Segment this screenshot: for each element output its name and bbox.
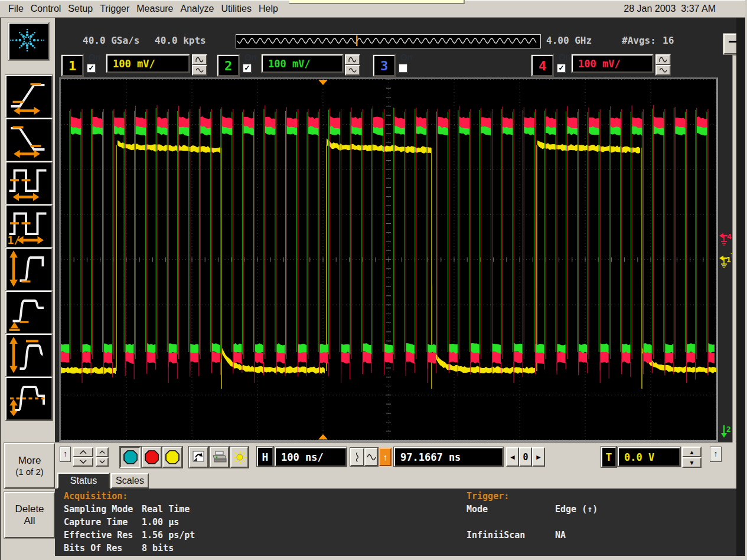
channel-2-on-label: On bbox=[244, 52, 256, 62]
memory-depth: 40.0 kpts bbox=[155, 35, 206, 46]
channel-4-on-checkbox[interactable]: ✓ bbox=[557, 64, 566, 73]
menu-setup[interactable]: Setup bbox=[64, 4, 96, 14]
menu-control[interactable]: Control bbox=[27, 4, 65, 14]
main-panel: 40.0 GSa/s 40.0 kpts 4.00 GHz #Avgs: 16 … bbox=[55, 18, 742, 560]
level-up-button[interactable]: ▲ bbox=[682, 447, 702, 457]
delete-all-button[interactable]: Delete All bbox=[4, 492, 55, 538]
channel-4-coupling-dc-icon[interactable] bbox=[655, 65, 671, 76]
average-icon bbox=[6, 378, 49, 417]
sampling-mode-value: Real Time bbox=[142, 504, 190, 515]
measure-toolbar: 1/ bbox=[0, 18, 55, 560]
channel-1-coupling[interactable] bbox=[192, 54, 207, 76]
channel-2-coupling-dc-icon[interactable] bbox=[345, 65, 360, 76]
pan-left-button[interactable]: ◄ bbox=[506, 447, 519, 467]
channel-4-scale[interactable]: 100 mV/ bbox=[572, 54, 653, 73]
measure-top-level-button[interactable] bbox=[5, 334, 53, 377]
measure-average-button[interactable] bbox=[5, 377, 53, 421]
delete-sub-label: All bbox=[24, 515, 35, 527]
measure-frequency-button[interactable]: 1/ bbox=[5, 204, 53, 248]
capture-time-label: Capture Time bbox=[64, 517, 128, 528]
channel-1-scale[interactable]: 100 mV/ bbox=[106, 54, 190, 73]
timebase-display[interactable]: 100 ns/ bbox=[275, 447, 347, 467]
channel-2-coupling-ac-icon[interactable] bbox=[345, 54, 360, 65]
channel-3-on-checkbox[interactable] bbox=[399, 64, 407, 73]
marker-up-button-left[interactable]: ↑ bbox=[60, 447, 71, 462]
trigger-position-display[interactable]: 97.1667 ns bbox=[394, 447, 503, 467]
color-grade-red-button[interactable] bbox=[142, 447, 162, 468]
channel-2-scale[interactable]: 100 mV/ bbox=[262, 54, 343, 73]
tab-status[interactable]: Status bbox=[57, 473, 110, 489]
channel-4-ground-marker[interactable]: 4 bbox=[719, 232, 733, 252]
channel-4-coupling-ac-icon[interactable] bbox=[655, 54, 671, 65]
trigger-button[interactable]: T bbox=[601, 447, 616, 467]
delete-label: Delete bbox=[15, 503, 44, 515]
print-button[interactable] bbox=[210, 447, 229, 468]
scale-up-button[interactable] bbox=[73, 447, 93, 457]
svg-text:2: 2 bbox=[726, 425, 731, 434]
menu-analyze[interactable]: Analyze bbox=[177, 4, 218, 14]
horizontal-sine-button[interactable] bbox=[364, 448, 378, 466]
sampling-mode-label: Sampling Mode bbox=[64, 504, 133, 515]
tab-scales[interactable]: Scales bbox=[111, 473, 149, 489]
channel-4-button[interactable]: 4 bbox=[531, 55, 553, 76]
base-level-icon bbox=[6, 292, 49, 331]
measure-fall-time-button[interactable] bbox=[5, 118, 53, 162]
channel-4-coupling[interactable] bbox=[655, 54, 671, 76]
channel-3-on-label: On bbox=[400, 52, 412, 62]
measure-period-button[interactable] bbox=[5, 161, 53, 205]
tooltip-edge bbox=[289, 0, 465, 4]
effective-res-label: Effective Res bbox=[64, 530, 133, 541]
level-down-button[interactable]: ▼ bbox=[682, 457, 702, 468]
svg-text:4: 4 bbox=[727, 232, 732, 241]
channel-1-on-checkbox[interactable]: ✓ bbox=[87, 64, 96, 73]
horizontal-button[interactable]: H bbox=[257, 447, 273, 467]
more-measurements-button[interactable]: More (1 of 2) bbox=[4, 443, 55, 489]
color-grade-yellow-button[interactable] bbox=[162, 447, 182, 468]
status-panel: Acquisition: Sampling Mode Real Time Cap… bbox=[55, 489, 736, 556]
channel-3-button[interactable]: 3 bbox=[373, 55, 395, 76]
menu-help[interactable]: Help bbox=[255, 4, 282, 14]
menu-trigger[interactable]: Trigger bbox=[96, 4, 133, 14]
effective-res-value: 1.56 ps/pt bbox=[142, 530, 195, 541]
channel-1-coupling-ac-icon[interactable] bbox=[192, 54, 207, 65]
agilent-logo-button[interactable] bbox=[8, 22, 49, 60]
infiniiscan-label: InfiniiScan bbox=[467, 530, 525, 541]
channel-2-button[interactable]: 2 bbox=[217, 55, 239, 76]
vertical-scale-spinner bbox=[73, 447, 93, 467]
menu-measure[interactable]: Measure bbox=[133, 4, 177, 14]
menu-utilities[interactable]: Utilities bbox=[217, 4, 255, 14]
cyan-octagon-icon bbox=[123, 450, 138, 464]
position-zero-button[interactable]: 0 bbox=[519, 447, 532, 467]
channel-2-level-marker[interactable]: 2 bbox=[720, 424, 733, 443]
menu-file[interactable]: File bbox=[5, 4, 27, 14]
oscilloscope-window: File Control Setup Trigger Measure Analy… bbox=[0, 0, 747, 560]
display-brightness-button[interactable] bbox=[230, 447, 249, 468]
horizontal-zoom-button[interactable] bbox=[350, 448, 364, 466]
measure-amplitude-button[interactable] bbox=[5, 248, 53, 291]
horizontal-sine-icon bbox=[366, 454, 377, 461]
channel-1-button[interactable]: 1 bbox=[61, 55, 83, 76]
bandwidth: 4.00 GHz bbox=[546, 35, 592, 46]
measure-base-level-button[interactable] bbox=[5, 291, 53, 334]
channel-2-coupling[interactable] bbox=[345, 54, 360, 76]
trigger-level-display[interactable]: 0.0 V bbox=[618, 447, 680, 467]
measure-rise-time-button[interactable] bbox=[5, 75, 53, 119]
trigger-label: T bbox=[606, 451, 612, 463]
scale-down-button[interactable] bbox=[73, 457, 93, 467]
trigger-slope-button[interactable]: ↑ bbox=[379, 448, 392, 466]
channel-1-coupling-dc-icon[interactable] bbox=[192, 65, 207, 76]
offset-up-button[interactable] bbox=[96, 447, 109, 457]
marker-up-button-right[interactable]: ↑ bbox=[710, 447, 722, 462]
channel-2-on-checkbox[interactable]: ✓ bbox=[243, 64, 252, 73]
export-button[interactable] bbox=[189, 447, 208, 468]
pan-right-button[interactable]: ► bbox=[532, 447, 545, 467]
bits-of-res-value: 8 bits bbox=[142, 543, 174, 554]
channel-4-on-label: On bbox=[559, 52, 570, 62]
waveform-plot bbox=[61, 79, 716, 440]
clock: 28 Jan 2003 3:37 AM bbox=[624, 4, 716, 14]
channel-1-on-label: On bbox=[89, 52, 100, 62]
color-grade-cyan-button[interactable] bbox=[120, 447, 141, 468]
offset-down-button[interactable] bbox=[96, 457, 109, 467]
printer-icon bbox=[212, 450, 227, 464]
scope-display[interactable] bbox=[59, 77, 718, 442]
